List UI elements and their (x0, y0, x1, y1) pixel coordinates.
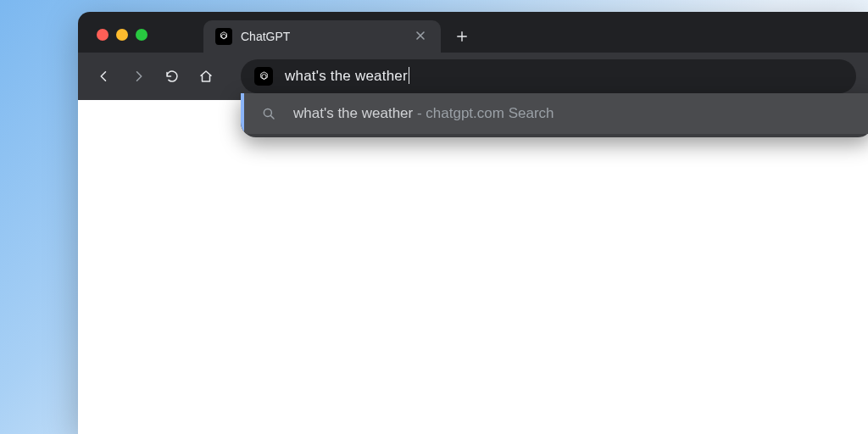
window-minimize-button[interactable] (116, 29, 128, 41)
window-close-button[interactable] (97, 29, 108, 41)
browser-tab[interactable]: ChatGPT (203, 20, 441, 53)
tab-title: ChatGPT (241, 30, 403, 43)
openai-icon (254, 67, 273, 86)
suggestion-item[interactable]: what's the weather - chatgpt.com Search (241, 93, 868, 134)
home-button[interactable] (192, 62, 220, 91)
omnibox-suggestions: what's the weather - chatgpt.com Search (241, 93, 868, 137)
tab-close-icon[interactable] (412, 29, 429, 45)
text-cursor (409, 67, 410, 84)
window-controls (88, 29, 156, 53)
window-maximize-button[interactable] (136, 29, 147, 41)
search-icon (261, 106, 276, 121)
toolbar: what's the weather what's the weather - … (78, 53, 868, 100)
tab-strip: ChatGPT (78, 12, 868, 53)
address-bar[interactable]: what's the weather (241, 59, 856, 93)
page-content (78, 100, 868, 434)
forward-button[interactable] (124, 62, 153, 91)
address-bar-text: what's the weather (285, 68, 409, 86)
browser-window: ChatGPT (78, 12, 868, 434)
new-tab-button[interactable] (449, 24, 475, 49)
reload-button[interactable] (158, 62, 186, 91)
back-button[interactable] (90, 62, 119, 91)
omnibox-container: what's the weather what's the weather - … (241, 59, 856, 93)
openai-icon (215, 28, 232, 45)
suggestion-text: what's the weather - chatgpt.com Search (293, 105, 554, 122)
